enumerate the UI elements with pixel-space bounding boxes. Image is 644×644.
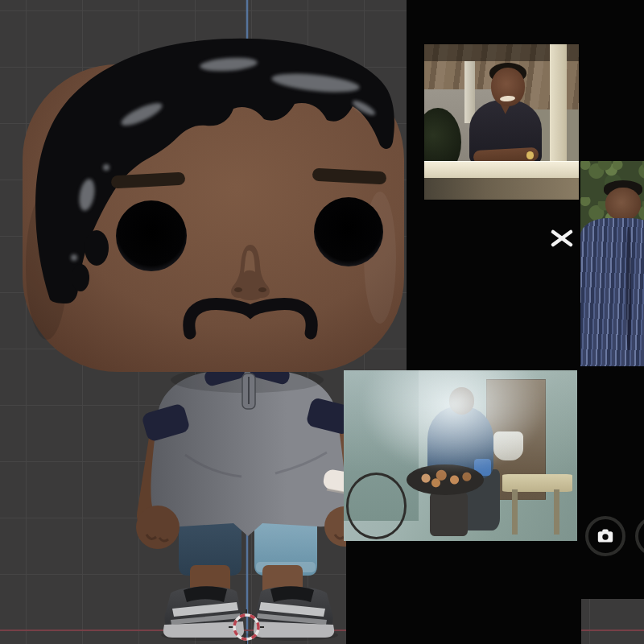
photo-railing-post [550,44,567,163]
photo-striped-shirt-shadow [626,227,631,350]
right-sneaker [254,586,334,638]
camera-icon [595,526,616,547]
photo-railing-lower-wood [424,178,579,200]
right-eye [314,197,383,266]
photo-striped-man-head [605,188,641,221]
reference-panel-lower [346,541,581,644]
left-eye [116,200,187,271]
hair-curl [85,230,109,266]
reference-photo-railing[interactable] [424,44,579,200]
photo-railing-man-watch [526,151,535,159]
camera-button[interactable] [585,516,625,556]
close-button[interactable] [547,224,576,253]
app-window [0,0,644,644]
hair-curl [72,264,89,291]
head [23,39,404,372]
photo-striped-man-shirt [580,218,644,366]
close-icon [547,224,576,253]
photo-grill-haze [344,370,577,541]
left-sneaker [163,586,244,638]
left-fist [136,506,180,549]
reference-photo-striped-shirt[interactable] [580,161,644,366]
reference-photo-grilling[interactable] [344,370,577,541]
